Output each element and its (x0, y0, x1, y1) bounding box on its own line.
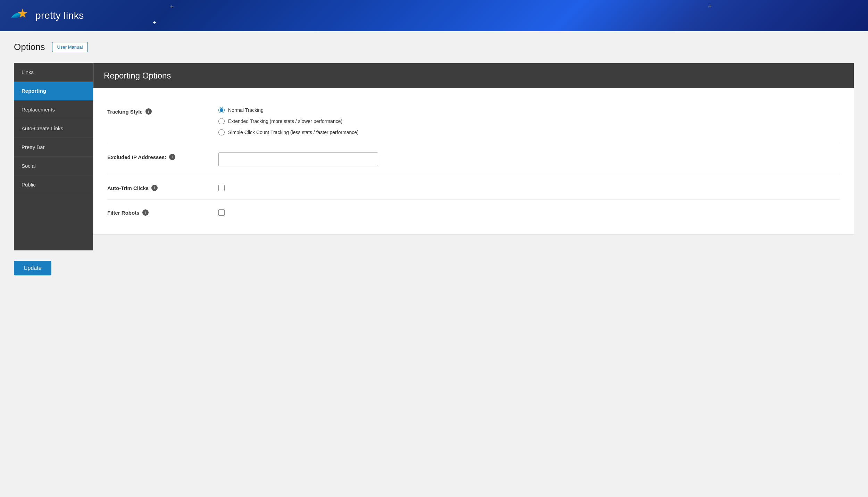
main-panel: Reporting Options Tracking Style i Norma… (93, 63, 854, 235)
excluded-ip-label-col: Excluded IP Addresses: i (107, 152, 205, 160)
excluded-ip-control (218, 152, 840, 166)
auto-trim-row: Auto-Trim Clicks i (107, 175, 840, 200)
tracking-normal-radio[interactable] (218, 107, 225, 113)
sidebar-item-reporting[interactable]: Reporting (14, 82, 93, 100)
main-layout: Links Reporting Replacements Auto-Create… (14, 63, 854, 250)
page-title-row: Options User Manual (14, 42, 854, 52)
tracking-style-row: Tracking Style i Normal Tracking Extende… (107, 99, 840, 144)
tracking-simple-label: Simple Click Count Tracking (less stats … (228, 130, 359, 135)
auto-trim-label-col: Auto-Trim Clicks i (107, 183, 205, 191)
sidebar: Links Reporting Replacements Auto-Create… (14, 63, 93, 250)
tracking-extended-option[interactable]: Extended Tracking (more stats / slower p… (218, 118, 840, 124)
filter-robots-checkbox[interactable] (218, 209, 225, 216)
tracking-style-info-icon: i (145, 108, 152, 115)
tracking-style-label-col: Tracking Style i (107, 107, 205, 115)
tracking-simple-radio[interactable] (218, 129, 225, 135)
tracking-style-label: Tracking Style (107, 109, 143, 115)
star-decoration-3: + (153, 19, 157, 26)
star-decoration-1: + (170, 3, 174, 11)
tracking-simple-option[interactable]: Simple Click Count Tracking (less stats … (218, 129, 840, 135)
logo-icon (10, 7, 31, 24)
sidebar-item-links[interactable]: Links (14, 63, 93, 82)
filter-robots-info-icon: i (142, 209, 149, 216)
sidebar-item-pretty-bar[interactable]: Pretty Bar (14, 138, 93, 157)
excluded-ip-info-icon: i (169, 154, 175, 160)
auto-trim-control (218, 183, 840, 191)
auto-trim-label: Auto-Trim Clicks (107, 185, 149, 191)
filter-robots-label-col: Filter Robots i (107, 208, 205, 216)
panel-title: Reporting Options (104, 71, 843, 81)
filter-robots-label: Filter Robots (107, 210, 140, 216)
page-title: Options (14, 42, 45, 52)
filter-robots-row: Filter Robots i (107, 200, 840, 224)
user-manual-button[interactable]: User Manual (52, 42, 88, 52)
tracking-extended-radio[interactable] (218, 118, 225, 124)
update-button[interactable]: Update (14, 261, 51, 275)
panel-body: Tracking Style i Normal Tracking Extende… (93, 88, 854, 234)
sidebar-item-auto-create-links[interactable]: Auto-Create Links (14, 119, 93, 138)
tracking-normal-option[interactable]: Normal Tracking (218, 107, 840, 113)
tracking-style-controls: Normal Tracking Extended Tracking (more … (218, 107, 840, 135)
page-content: Options User Manual Links Reporting Repl… (0, 31, 868, 286)
tracking-extended-label: Extended Tracking (more stats / slower p… (228, 118, 342, 124)
excluded-ip-row: Excluded IP Addresses: i (107, 144, 840, 175)
logo-text: pretty links (35, 10, 84, 21)
star-decoration-2: + (708, 3, 712, 10)
sidebar-item-social[interactable]: Social (14, 157, 93, 175)
header: pretty links + + + (0, 0, 868, 31)
tracking-normal-label: Normal Tracking (228, 107, 264, 113)
logo: pretty links (10, 7, 84, 24)
sidebar-item-public[interactable]: Public (14, 175, 93, 194)
auto-trim-info-icon: i (151, 185, 158, 191)
panel-header: Reporting Options (93, 63, 854, 88)
filter-robots-control (218, 208, 840, 216)
excluded-ip-input[interactable] (218, 152, 378, 166)
auto-trim-checkbox[interactable] (218, 185, 225, 191)
excluded-ip-label: Excluded IP Addresses: (107, 154, 166, 160)
sidebar-item-replacements[interactable]: Replacements (14, 100, 93, 119)
